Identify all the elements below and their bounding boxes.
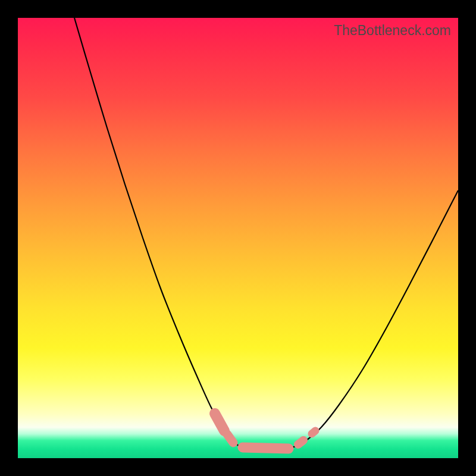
chart-frame: TheBottleneck.com (0, 0, 476, 476)
gradient-plot-area: TheBottleneck.com (18, 18, 458, 458)
highlight-segment (298, 440, 303, 444)
highlight-markers (215, 414, 315, 449)
curve-path-group (74, 18, 458, 450)
highlight-segment (243, 447, 289, 449)
highlight-segment (215, 414, 224, 431)
highlight-segment (227, 434, 233, 443)
v-curve-line (74, 18, 458, 450)
bottleneck-curve (18, 18, 458, 458)
highlight-segment (312, 431, 315, 434)
